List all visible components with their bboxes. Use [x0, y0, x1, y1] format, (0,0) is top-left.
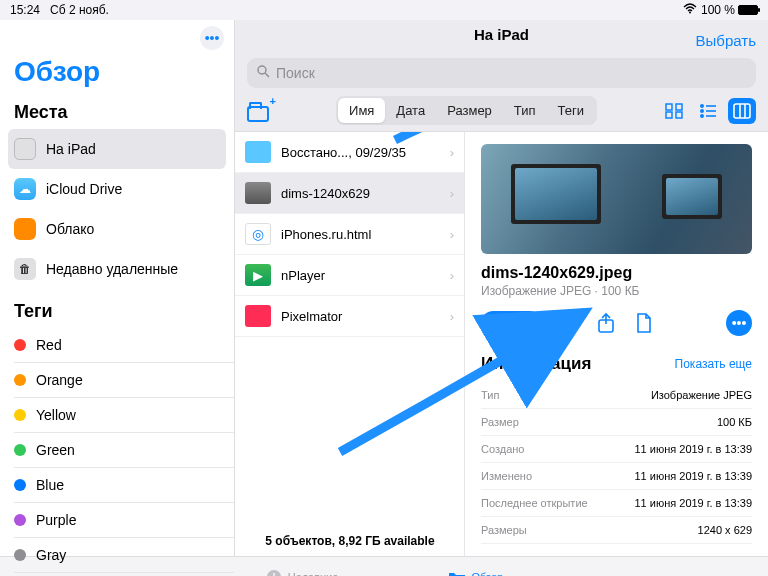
- list-footer: 5 объектов, 8,92 ГБ available: [235, 534, 465, 548]
- ipad-icon: [14, 138, 36, 160]
- sort-Размер[interactable]: Размер: [436, 98, 503, 123]
- file-list: Восстано..., 09/29/35›dims-1240x629›◎iPh…: [235, 132, 465, 556]
- svg-rect-4: [676, 104, 682, 110]
- svg-point-9: [701, 109, 703, 111]
- sort-segmented[interactable]: ИмяДатаРазмерТипТеги: [336, 96, 597, 125]
- view-grid-button[interactable]: [660, 98, 688, 124]
- svg-point-11: [701, 114, 703, 116]
- info-row: Создано11 июня 2019 г. в 13:39: [481, 436, 752, 463]
- sidebar: ••• Обзор Места На iPad ☁ iCloud Drive О…: [0, 20, 235, 556]
- icloud-icon: ☁: [14, 178, 36, 200]
- file-name: dims-1240x629.jpeg: [481, 264, 752, 282]
- location-title: На iPad: [474, 26, 529, 43]
- document-icon[interactable]: [632, 311, 656, 335]
- safari-icon: ◎: [245, 223, 271, 245]
- svg-rect-5: [666, 112, 672, 118]
- battery-icon: [738, 5, 758, 15]
- sidebar-item-cloud[interactable]: Облако: [0, 209, 234, 249]
- status-bar: 15:24 Сб 2 нояб. 100 %: [0, 0, 768, 20]
- info-header: Информация: [481, 354, 591, 374]
- file-preview: [481, 144, 752, 254]
- tag-red[interactable]: Red: [0, 328, 234, 362]
- info-row: Последнее открытие11 июня 2019 г. в 13:3…: [481, 490, 752, 517]
- sort-Тип[interactable]: Тип: [503, 98, 547, 123]
- svg-point-1: [258, 66, 266, 74]
- tab-recent[interactable]: Недавние: [265, 568, 339, 577]
- sidebar-item-icloud[interactable]: ☁ iCloud Drive: [0, 169, 234, 209]
- info-row: Изменено11 июня 2019 г. в 13:39: [481, 463, 752, 490]
- chevron-right-icon: ›: [450, 227, 454, 242]
- view-column-button[interactable]: [728, 98, 756, 124]
- markup-icon[interactable]: [556, 311, 580, 335]
- more-actions-button[interactable]: •••: [726, 310, 752, 336]
- search-input[interactable]: Поиск: [247, 58, 756, 88]
- sidebar-title: Обзор: [0, 56, 234, 96]
- view-list-button[interactable]: [694, 98, 722, 124]
- tag-gray[interactable]: Gray: [0, 538, 234, 572]
- battery-pct: 100 %: [701, 3, 735, 17]
- sort-Дата[interactable]: Дата: [385, 98, 436, 123]
- select-button[interactable]: Выбрать: [696, 32, 756, 49]
- sort-Теги[interactable]: Теги: [547, 98, 595, 123]
- info-row: Размеры1240 x 629: [481, 517, 752, 544]
- status-time: 15:24: [10, 3, 40, 17]
- tag-yellow[interactable]: Yellow: [0, 398, 234, 432]
- status-date: Сб 2 нояб.: [50, 3, 109, 17]
- folder-icon: [245, 141, 271, 163]
- tag-dot-icon: [14, 444, 26, 456]
- svg-point-0: [689, 12, 691, 14]
- app-icon: [245, 305, 271, 327]
- search-icon: [257, 65, 270, 81]
- chevron-right-icon: ›: [450, 268, 454, 283]
- list-item[interactable]: Восстано..., 09/29/35›: [235, 132, 464, 173]
- tag-dot-icon: [14, 549, 26, 561]
- chevron-right-icon: ›: [450, 186, 454, 201]
- section-tags-header: Теги: [0, 295, 234, 328]
- tag-dot-icon: [14, 479, 26, 491]
- open-button[interactable]: ОТКР.: [481, 311, 542, 335]
- tag-dot-icon: [14, 339, 26, 351]
- sort-Имя[interactable]: Имя: [338, 98, 385, 123]
- app-icon: ▶: [245, 264, 271, 286]
- folder-icon: [448, 568, 466, 577]
- info-row: ТипИзображение JPEG: [481, 382, 752, 409]
- tag-green[interactable]: Green: [0, 433, 234, 467]
- svg-rect-6: [676, 112, 682, 118]
- image-thumb-icon: [245, 182, 271, 204]
- folder-icon: [247, 106, 269, 122]
- list-item[interactable]: Pixelmator›: [235, 296, 464, 337]
- list-item[interactable]: dims-1240x629›: [235, 173, 464, 214]
- svg-rect-13: [734, 104, 750, 118]
- new-folder-button[interactable]: +: [247, 100, 273, 122]
- share-icon[interactable]: [594, 311, 618, 335]
- svg-point-7: [701, 104, 703, 106]
- section-places-header: Места: [0, 96, 234, 129]
- trash-icon: 🗑: [14, 258, 36, 280]
- tag-blue[interactable]: Blue: [0, 468, 234, 502]
- sidebar-item-on-ipad[interactable]: На iPad: [8, 129, 226, 169]
- info-row: Размер100 КБ: [481, 409, 752, 436]
- tag-dot-icon: [14, 409, 26, 421]
- tag-dot-icon: [14, 374, 26, 386]
- cloud-storage-icon: [14, 218, 36, 240]
- sidebar-item-trash[interactable]: 🗑 Недавно удаленные: [0, 249, 234, 289]
- list-item[interactable]: ◎iPhones.ru.html›: [235, 214, 464, 255]
- tag-purple[interactable]: Purple: [0, 503, 234, 537]
- tag-orange[interactable]: Orange: [0, 363, 234, 397]
- show-more-link[interactable]: Показать еще: [675, 357, 752, 371]
- svg-rect-3: [666, 104, 672, 110]
- svg-line-2: [265, 73, 269, 77]
- detail-pane: dims-1240x629.jpeg Изображение JPEG · 10…: [465, 132, 768, 556]
- chevron-right-icon: ›: [450, 309, 454, 324]
- wifi-icon: [683, 3, 697, 17]
- chevron-right-icon: ›: [450, 145, 454, 160]
- clock-icon: [265, 568, 283, 577]
- tag-dot-icon: [14, 514, 26, 526]
- tab-browse[interactable]: Обзор: [448, 568, 503, 577]
- list-item[interactable]: ▶nPlayer›: [235, 255, 464, 296]
- file-subtitle: Изображение JPEG · 100 КБ: [481, 284, 752, 298]
- more-options-button[interactable]: •••: [200, 26, 224, 50]
- main-area: На iPad Выбрать Поиск + ИмяДатаРазмерТип…: [235, 20, 768, 556]
